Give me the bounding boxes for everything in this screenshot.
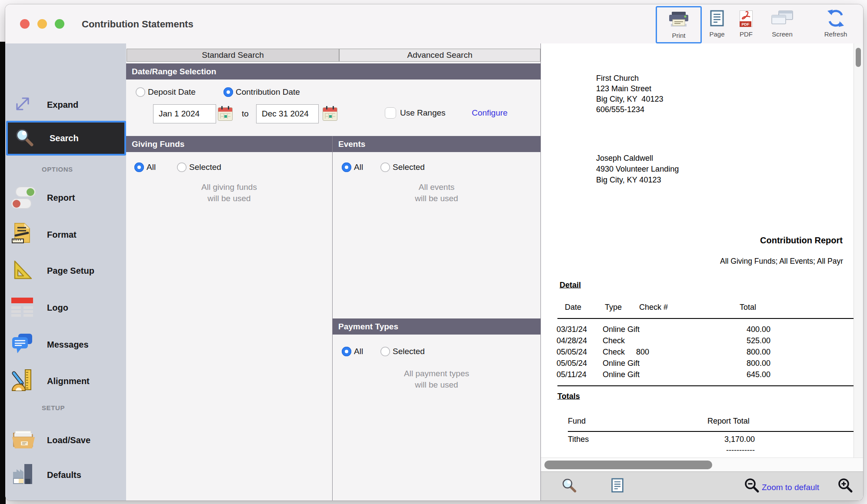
report-title: Contribution Report	[760, 235, 854, 245]
calendar-icon[interactable]	[323, 107, 337, 121]
deposit-date-radio[interactable]	[136, 87, 145, 97]
from-date-input[interactable]	[153, 104, 216, 123]
row-total: 800.00	[719, 348, 770, 357]
report-preview: First Church 123 Main Street Big City, K…	[540, 43, 863, 501]
sidebar-item-format[interactable]: Format	[5, 219, 126, 250]
screen: Contribution Statements Print Page	[0, 0, 867, 504]
recipient-street: 4930 Volunteer Landing	[596, 165, 679, 174]
minimize-icon[interactable]	[37, 19, 47, 29]
sidebar-item-label: Logo	[47, 303, 68, 313]
row-type: Check	[603, 348, 625, 357]
section-divider	[332, 136, 333, 501]
screen-button[interactable]: Screen	[763, 6, 802, 41]
giving-funds-selected-label: Selected	[189, 162, 221, 172]
pdf-button[interactable]: PDF PDF	[732, 6, 761, 41]
sidebar-item-logo[interactable]: Logo	[5, 292, 126, 323]
sidebar-item-search[interactable]: Search	[6, 121, 126, 156]
use-ranges-checkbox[interactable]	[385, 107, 396, 119]
row-total: 400.00	[719, 325, 770, 334]
horizontal-scrollbar-thumb[interactable]	[544, 461, 712, 469]
deposit-date-label: Deposit Date	[148, 87, 196, 97]
tab-advanced-search[interactable]: Advanced Search	[339, 49, 540, 62]
col-type: Type	[605, 303, 622, 312]
payment-types-all-label: All	[354, 347, 363, 356]
giving-funds-selected-radio[interactable]	[177, 162, 187, 172]
magnifier-icon	[14, 127, 35, 149]
contribution-date-label: Contribution Date	[236, 87, 300, 97]
sidebar-item-label: Search	[50, 133, 79, 143]
col-fund: Fund	[568, 417, 586, 426]
row-total: 800.00	[719, 359, 770, 368]
zoom-in-icon[interactable]	[837, 477, 853, 495]
events-all-label: All	[354, 162, 363, 172]
sidebar-options-header: OPTIONS	[42, 166, 73, 173]
giving-funds-all-radio[interactable]	[134, 162, 144, 172]
preview-toolbar: Zoom to default	[541, 471, 863, 501]
refresh-label: Refresh	[824, 30, 847, 38]
giving-funds-message: will be used	[207, 194, 250, 203]
vertical-scrollbar-thumb[interactable]	[856, 48, 861, 67]
events-selected-radio[interactable]	[380, 162, 390, 172]
refresh-button[interactable]: Refresh	[813, 6, 858, 41]
contribution-date-radio[interactable]	[223, 87, 233, 97]
tab-label: Standard Search	[202, 50, 264, 60]
preview-magnifier-icon[interactable]	[561, 477, 577, 495]
row-type: Online Gift	[603, 325, 640, 334]
page-button[interactable]: Page	[702, 6, 732, 41]
giving-funds-all-label: All	[147, 162, 156, 172]
calendar-icon[interactable]	[218, 107, 233, 121]
sidebar-item-load-save[interactable]: Load/Save	[5, 424, 126, 456]
configure-link[interactable]: Configure	[472, 108, 507, 118]
fund-name: Tithes	[568, 435, 589, 444]
church-street: 123 Main Street	[596, 84, 651, 93]
events-message: All events	[419, 182, 454, 192]
printer-icon	[668, 12, 690, 31]
row-date: 05/05/24	[557, 348, 587, 357]
payment-types-selected-radio[interactable]	[380, 347, 390, 356]
print-button[interactable]: Print	[656, 6, 702, 43]
payment-types-header: Payment Types	[333, 318, 540, 335]
recipient-name: Joseph Caldwell	[596, 154, 653, 163]
sidebar-item-report[interactable]: Report	[5, 182, 126, 213]
close-icon[interactable]	[20, 19, 30, 29]
sidebar-item-expand[interactable]: Expand	[5, 89, 126, 120]
pdf-icon: PDF	[738, 10, 754, 28]
refresh-icon	[826, 9, 845, 30]
zoom-to-default-link[interactable]: Zoom to default	[762, 483, 819, 492]
report-subtitle: All Giving Funds; All Events; All Payr	[720, 257, 854, 266]
sidebar-item-messages[interactable]: Messages	[5, 329, 126, 360]
events-selected-label: Selected	[393, 162, 425, 172]
date-range-header: Date/Range Selection	[126, 63, 540, 80]
alignment-tools-icon	[11, 369, 33, 393]
zoom-out-icon[interactable]	[744, 477, 760, 495]
pdf-badge: PDF	[740, 21, 751, 27]
zoom-window-icon[interactable]	[55, 19, 64, 29]
giving-funds-header: Giving Funds	[126, 136, 332, 152]
sidebar-item-alignment[interactable]: Alignment	[5, 365, 126, 397]
church-city: Big City, KY 40123	[596, 95, 663, 104]
screen-label: Screen	[772, 30, 793, 38]
to-date-input[interactable]	[256, 104, 319, 123]
payment-types-all-radio[interactable]	[342, 347, 351, 356]
folder-icon	[11, 428, 36, 452]
row-type: Online Gift	[603, 370, 640, 379]
preview-page-icon[interactable]	[611, 477, 624, 495]
to-label: to	[242, 109, 249, 119]
sidebar-item-label: Report	[47, 193, 75, 203]
tab-standard-search[interactable]: Standard Search	[127, 49, 339, 62]
pdf-label: PDF	[740, 30, 753, 38]
events-all-radio[interactable]	[342, 162, 351, 172]
row-total: 645.00	[719, 370, 770, 379]
screen-icon	[771, 10, 794, 28]
sidebar-item-label: Format	[47, 230, 77, 240]
sidebar-item-defaults[interactable]: Defaults	[5, 459, 126, 491]
horizontal-scrollbar[interactable]	[541, 458, 863, 472]
row-date: 05/05/24	[557, 359, 587, 368]
page-icon	[710, 10, 724, 29]
sidebar-item-label: Defaults	[47, 470, 81, 480]
sidebar-item-label: Load/Save	[47, 435, 90, 445]
vertical-scrollbar[interactable]	[854, 43, 863, 458]
church-name: First Church	[596, 74, 639, 83]
sidebar-item-page-setup[interactable]: Page Setup	[5, 255, 126, 286]
row-type: Online Gift	[603, 359, 640, 368]
